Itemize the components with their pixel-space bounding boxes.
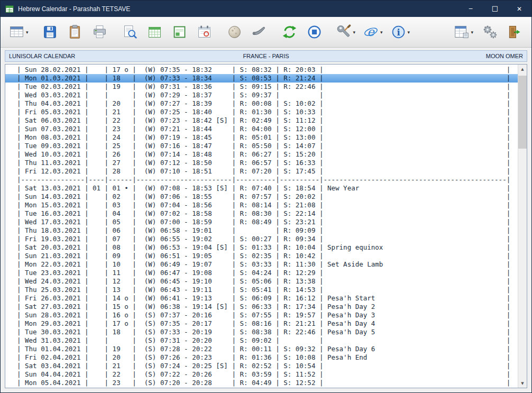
horn-icon: [252, 24, 267, 40]
calendar-grid-button[interactable]: [144, 20, 166, 44]
month-view-icon: [172, 24, 187, 40]
calendar-row[interactable]: | Wed 24.03.2021 | | 12 | (W) 06:45 - 19…: [5, 277, 518, 286]
calendar-row[interactable]: | Mon 01.03.2021 | | 18 | (W) 07:33 - 18…: [5, 74, 518, 83]
title-bar[interactable]: Hebrew Calendar - Parashah TETSAVE ─ □ ✕: [1, 1, 531, 17]
calendar-row[interactable]: | Sat 27.03.2021 | | 15 o | (W) 06:38 - …: [5, 303, 518, 311]
calendar-view: | Sun 28.02.2021 | | 17 o | (W) 07:35 - …: [5, 64, 527, 388]
status-info-bar: LUNISOLAR CALENDAR FRANCE - PARIS MOON O…: [5, 50, 527, 62]
calendar-row[interactable]: | Sat 06.03.2021 | | 22 | (W) 07:23 - 18…: [5, 116, 518, 125]
info-button[interactable]: i ▾: [389, 20, 412, 44]
calendar-row[interactable]: | Sun 14.03.2021 | | 02 | (W) 07:06 - 18…: [5, 193, 518, 201]
toolbar-group-file: [40, 20, 111, 44]
minimize-button[interactable]: ─: [458, 1, 483, 17]
toolbar-group-views: ▾: [7, 20, 31, 44]
calendar-row[interactable]: | Tue 16.03.2021 | | 04 | (W) 07:02 - 18…: [5, 209, 518, 218]
close-button[interactable]: ✕: [507, 1, 531, 17]
calendar-row[interactable]: | Mon 29.03.2021 | | 17 o | (S) 07:35 - …: [5, 319, 518, 328]
moon-phases-button[interactable]: [224, 20, 245, 44]
toolbar-group-tools: ▾ e ▾ i ▾: [334, 20, 412, 44]
internet-explorer-icon: e: [363, 24, 379, 40]
scroll-up-button[interactable]: ▲: [518, 65, 527, 74]
scrollbar-thumb[interactable]: [518, 76, 527, 149]
close-icon: ✕: [517, 5, 522, 13]
info-icon: i: [391, 24, 406, 40]
toolbar: ▾: [1, 17, 531, 48]
dropdown-arrow-icon: ▾: [380, 30, 383, 35]
date-picker-button[interactable]: [194, 20, 215, 44]
calendar-row[interactable]: | Sat 13.03.2021 | 01 | 01 • | (W) 07:08…: [5, 184, 518, 193]
calendar-row[interactable]: | Sun 28.02.2021 | | 17 o | (W) 07:35 - …: [5, 66, 518, 74]
preview-magnifier-icon: [122, 24, 137, 40]
calendar-row[interactable]: | Wed 17.03.2021 | | 05 | (W) 07:00 - 18…: [5, 218, 518, 226]
calendar-row[interactable]: | Wed 10.03.2021 | | 26 | (W) 07:14 - 18…: [5, 150, 518, 159]
exit-button[interactable]: [504, 20, 525, 44]
calendar-row[interactable]: | Fri 19.03.2021 | | 07 | (W) 06:55 - 19…: [5, 235, 518, 243]
calendar-grid-icon: [147, 24, 162, 40]
calendar-row[interactable]: | Tue 23.03.2021 | | 11 | (W) 06:47 - 19…: [5, 269, 518, 277]
toolbar-group-actions: [279, 20, 325, 44]
calendar-row[interactable]: | Mon 22.03.2021 | | 10 | (W) 06:49 - 19…: [5, 260, 518, 269]
exit-door-icon: [507, 24, 522, 40]
calendar-row[interactable]: | Fri 12.03.2021 | | 28 | (W) 07:10 - 18…: [5, 167, 518, 176]
calendar-row[interactable]: | Mon 08.03.2021 | | 24 | (W) 07:19 - 18…: [5, 133, 518, 142]
save-button[interactable]: [40, 20, 61, 44]
date-picker-icon: [197, 24, 212, 40]
calendar-row[interactable]: | Sun 21.03.2021 | | 09 | (W) 06:51 - 19…: [5, 252, 518, 260]
calendar-separator-row: |----------------|----|------|----------…: [5, 176, 518, 184]
calendar-row[interactable]: | Tue 30.03.2021 | | 18 | (S) 07:33 - 20…: [5, 328, 518, 336]
toolbar-group-astro: [224, 20, 270, 44]
vertical-scrollbar[interactable]: ▲ ▼: [518, 65, 527, 388]
calendar-row[interactable]: | Mon 15.03.2021 | | 03 | (W) 07:04 - 18…: [5, 201, 518, 209]
toolbar-group-calendar: [120, 20, 215, 44]
calendar-rows: | Sun 28.02.2021 | | 17 o | (W) 07:35 - …: [5, 65, 518, 388]
print-preview-button[interactable]: [120, 20, 141, 44]
calendar-row[interactable]: | Tue 02.03.2021 | | 19 | (W) 07:31 - 18…: [5, 83, 518, 91]
app-window: Hebrew Calendar - Parashah TETSAVE ─ □ ✕: [0, 0, 532, 393]
calendar-row[interactable]: | Fri 05.03.2021 | | 21 | (W) 07:25 - 18…: [5, 108, 518, 116]
calendar-row[interactable]: | Fri 02.04.2021 | | 20 | (S) 07:26 - 20…: [5, 353, 518, 362]
calendar-row[interactable]: | Thu 18.03.2021 | | 06 | (W) 06:58 - 19…: [5, 226, 518, 235]
stop-icon: [307, 24, 322, 40]
paste-button[interactable]: [65, 20, 86, 44]
scroll-up-icon: ▲: [521, 67, 524, 71]
calendar-row[interactable]: | Mon 05.04.2021 | | 23 | (S) 07:20 - 20…: [5, 379, 518, 387]
maximize-button[interactable]: □: [483, 1, 507, 17]
calendar-row[interactable]: | Fri 26.03.2021 | | 14 o | (W) 06:41 - …: [5, 294, 518, 303]
calendar-row[interactable]: | Wed 31.03.2021 | | | (S) 07:31 - 20:20…: [5, 336, 518, 345]
scroll-down-icon: ▼: [521, 381, 524, 386]
dropdown-arrow-icon: ▾: [26, 30, 29, 35]
dropdown-arrow-icon: ▾: [408, 30, 410, 35]
refresh-button[interactable]: [279, 20, 300, 44]
calendar-row[interactable]: | Wed 03.03.2021 | | | (W) 07:29 - 18:37…: [5, 91, 518, 99]
reports-button[interactable]: ▾: [452, 20, 475, 44]
maximize-icon: □: [492, 4, 498, 12]
calendar-row[interactable]: | Thu 01.04.2021 | | 19 | (S) 07:28 - 20…: [5, 345, 518, 353]
shofar-horn-button[interactable]: [249, 20, 270, 44]
dropdown-arrow-icon: ▾: [353, 30, 356, 35]
window-title: Hebrew Calendar - Parashah TETSAVE: [18, 5, 130, 13]
calendar-row[interactable]: | Tue 09.03.2021 | | 25 | (W) 07:16 - 18…: [5, 142, 518, 150]
minimize-icon: ─: [469, 5, 473, 12]
month-view-button[interactable]: [169, 20, 190, 44]
internet-button[interactable]: e ▾: [361, 20, 385, 44]
clipboard-icon: [67, 24, 82, 40]
calendar-row[interactable]: | Sat 03.04.2021 | | 21 | (S) 07:24 - 20…: [5, 362, 518, 370]
calendar-views-icon: [9, 24, 24, 40]
scrollbar-track[interactable]: [518, 74, 527, 379]
location-label: FRANCE - PARIS: [5, 53, 527, 59]
settings-button[interactable]: [479, 20, 500, 44]
calendar-row[interactable]: | Sun 04.04.2021 | | 22 | (S) 07:22 - 20…: [5, 370, 518, 379]
calendar-row[interactable]: | Sat 20.03.2021 | | 08 | (W) 06:53 - 19…: [5, 243, 518, 252]
calendar-row[interactable]: | Sun 07.03.2021 | | 23 | (W) 07:21 - 18…: [5, 125, 518, 133]
print-button[interactable]: [89, 20, 111, 44]
tools-button[interactable]: ▾: [334, 20, 358, 44]
calendar-row[interactable]: | Thu 11.03.2021 | | 27 | (W) 07:12 - 18…: [5, 159, 518, 167]
calendar-row[interactable]: | Sun 28.03.2021 | | 16 o | (S) 07:37 - …: [5, 311, 518, 319]
calendar-views-button[interactable]: ▾: [7, 20, 31, 44]
stop-button[interactable]: [304, 20, 325, 44]
scroll-down-button[interactable]: ▼: [518, 379, 527, 388]
calendar-row[interactable]: | Thu 04.03.2021 | | 20 | (W) 07:27 - 18…: [5, 99, 518, 108]
gears-icon: [482, 24, 498, 40]
save-icon: [42, 24, 58, 40]
calendar-row[interactable]: | Thu 25.03.2021 | | 13 | (W) 06:43 - 19…: [5, 286, 518, 294]
